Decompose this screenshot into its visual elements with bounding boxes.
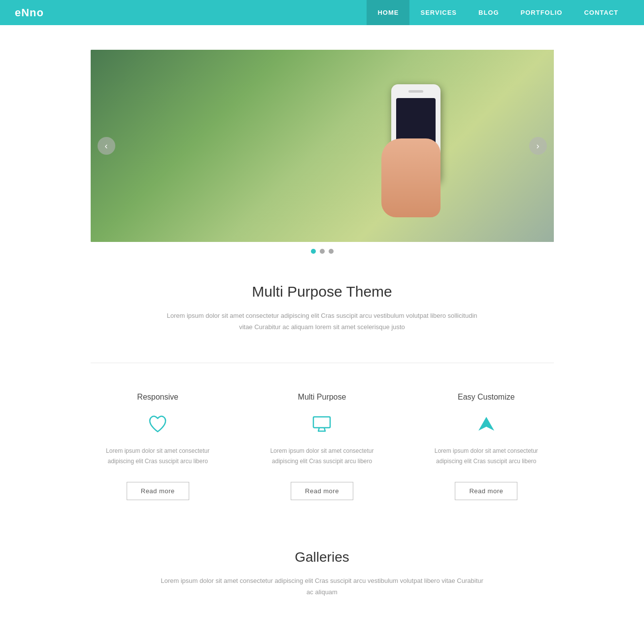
slider-next-button[interactable]: › bbox=[529, 137, 547, 155]
heart-icon bbox=[96, 411, 220, 436]
intro-section: Multi Purpose Theme Lorem ipsum dolor si… bbox=[150, 254, 495, 348]
slider-image bbox=[91, 50, 554, 242]
feature-multipurpose: Multi Purpose Lorem ipsum dolor sit amet… bbox=[240, 383, 404, 510]
feature-multipurpose-title: Multi Purpose bbox=[260, 393, 384, 402]
nav-link-portfolio[interactable]: PORTFOLIO bbox=[510, 0, 574, 25]
slider-dot-1[interactable] bbox=[311, 249, 316, 254]
hero-slider: ‹ › bbox=[91, 50, 554, 242]
nav-link-contact[interactable]: CONTACT bbox=[573, 0, 629, 25]
slider-dot-2[interactable] bbox=[320, 249, 325, 254]
nav-item-portfolio[interactable]: PORTFOLIO bbox=[510, 0, 574, 25]
site-logo: eNno bbox=[15, 6, 367, 19]
galleries-title: Galleries bbox=[160, 549, 485, 565]
nav-link-services[interactable]: SERVICES bbox=[409, 0, 468, 25]
slider-dots bbox=[0, 249, 644, 254]
svg-marker-4 bbox=[478, 417, 494, 431]
slider-dot-3[interactable] bbox=[329, 249, 334, 254]
nav-item-contact[interactable]: CONTACT bbox=[573, 0, 629, 25]
slider-prev-button[interactable]: ‹ bbox=[98, 137, 115, 155]
intro-description: Lorem ipsum dolor sit amet consectetur a… bbox=[160, 310, 485, 333]
intro-title: Multi Purpose Theme bbox=[160, 283, 485, 300]
feature-customize-desc: Lorem ipsum dolor sit amet consectetur a… bbox=[424, 446, 548, 467]
feature-responsive-desc: Lorem ipsum dolor sit amet consectetur a… bbox=[96, 446, 220, 467]
read-more-responsive-button[interactable]: Read more bbox=[127, 482, 189, 500]
features-section: Responsive Lorem ipsum dolor sit amet co… bbox=[76, 378, 569, 525]
arrow-icon bbox=[424, 411, 548, 436]
navbar: eNno HOME SERVICES BLOG PORTFOLIO CONTAC… bbox=[0, 0, 644, 25]
phone-speaker bbox=[408, 90, 423, 93]
feature-responsive-title: Responsive bbox=[96, 393, 220, 402]
feature-responsive: Responsive Lorem ipsum dolor sit amet co… bbox=[76, 383, 240, 510]
read-more-customize-button[interactable]: Read more bbox=[455, 482, 517, 500]
feature-customize-title: Easy Customize bbox=[424, 393, 548, 402]
feature-multipurpose-desc: Lorem ipsum dolor sit amet consectetur a… bbox=[260, 446, 384, 467]
nav-item-services[interactable]: SERVICES bbox=[409, 0, 468, 25]
nav-link-home[interactable]: HOME bbox=[367, 0, 409, 25]
svg-rect-0 bbox=[313, 417, 330, 428]
galleries-section: Galleries Lorem ipsum dolor sit amet con… bbox=[150, 525, 495, 608]
monitor-icon bbox=[260, 411, 384, 436]
phone-illustration bbox=[376, 65, 455, 217]
nav-item-blog[interactable]: BLOG bbox=[468, 0, 510, 25]
hand-shape bbox=[381, 138, 441, 217]
feature-customize: Easy Customize Lorem ipsum dolor sit ame… bbox=[404, 383, 568, 510]
nav-links: HOME SERVICES BLOG PORTFOLIO CONTACT bbox=[367, 0, 629, 25]
galleries-description: Lorem ipsum dolor sit amet consectetur a… bbox=[160, 575, 485, 598]
nav-item-home[interactable]: HOME bbox=[367, 0, 409, 25]
read-more-multipurpose-button[interactable]: Read more bbox=[291, 482, 353, 500]
section-divider bbox=[91, 363, 554, 363]
nav-link-blog[interactable]: BLOG bbox=[468, 0, 510, 25]
